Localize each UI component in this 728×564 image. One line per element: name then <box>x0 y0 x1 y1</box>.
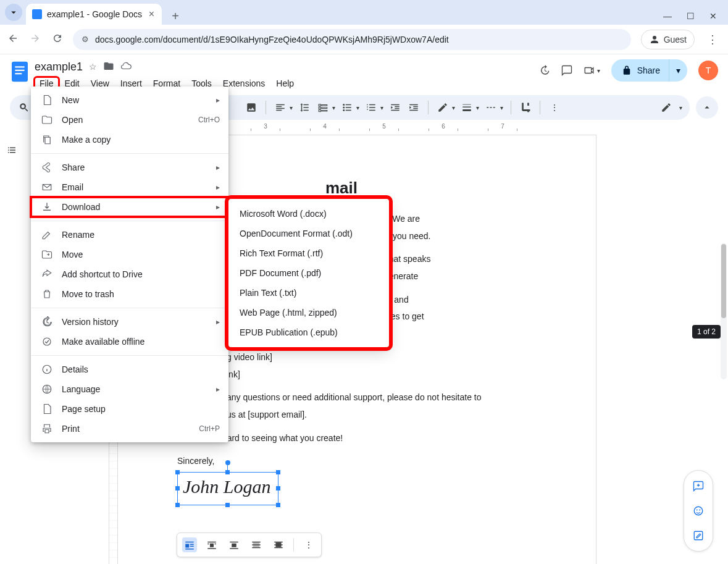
front-text-icon[interactable] <box>271 537 286 552</box>
menu-item-rename[interactable]: Rename <box>31 225 228 245</box>
browser-menu-icon[interactable]: ⋮ <box>705 33 721 46</box>
back-icon[interactable] <box>7 33 19 46</box>
align-icon[interactable] <box>274 99 287 116</box>
behind-text-icon[interactable] <box>249 537 264 552</box>
editing-mode-icon[interactable] <box>659 99 673 116</box>
signature-image-selected[interactable]: John Logan <box>177 472 278 505</box>
indent-increase-icon[interactable] <box>407 99 420 116</box>
download-odt[interactable]: OpenDocument Format (.odt) <box>228 224 389 243</box>
close-tab-icon[interactable]: × <box>149 9 154 20</box>
docs-home-icon[interactable] <box>10 59 30 84</box>
maximize-icon[interactable]: ☐ <box>687 11 695 21</box>
move-doc-icon[interactable] <box>103 61 114 74</box>
svg-rect-27 <box>276 542 282 547</box>
menu-item-details[interactable]: Details <box>31 360 228 379</box>
address-bar: ⚙ docs.google.com/document/d/1sE9OIkaHyn… <box>0 25 728 54</box>
download-pdf[interactable]: PDF Document (.pdf) <box>228 263 389 283</box>
svg-rect-3 <box>15 73 22 74</box>
menu-item-version[interactable]: Version history▸ <box>31 312 228 332</box>
meet-icon[interactable]: ▾ <box>584 65 600 76</box>
numbered-list-icon[interactable] <box>364 99 378 116</box>
resize-handle[interactable] <box>175 503 180 507</box>
add-comment-icon[interactable] <box>688 476 709 497</box>
site-settings-icon[interactable]: ⚙ <box>82 35 89 44</box>
menu-item-print[interactable]: PrintCtrl+P <box>31 419 228 439</box>
scrollbar-thumb[interactable] <box>721 244 726 318</box>
history-icon[interactable] <box>539 65 550 76</box>
menu-item-copy[interactable]: Make a copy <box>31 130 228 149</box>
svg-rect-14 <box>207 544 209 545</box>
break-text-icon[interactable] <box>227 537 241 552</box>
download-html[interactable]: Web Page (.html, zipped) <box>228 303 389 322</box>
menu-item-offline[interactable]: Make available offline <box>31 332 228 351</box>
border-dash-icon[interactable] <box>484 99 498 116</box>
resize-handle[interactable] <box>276 486 280 490</box>
wrap-text-icon[interactable] <box>204 537 219 552</box>
menu-item-email[interactable]: Email▸ <box>31 177 228 197</box>
menu-item-new[interactable]: New▸ <box>31 90 228 110</box>
resize-handle[interactable] <box>225 503 230 507</box>
menu-item-share[interactable]: Share▸ <box>31 158 228 177</box>
cloud-status-icon[interactable] <box>120 61 132 74</box>
bulleted-list-icon[interactable] <box>340 99 354 116</box>
url-box[interactable]: ⚙ docs.google.com/document/d/1sE9OIkaHyn… <box>73 29 631 50</box>
menu-item-language[interactable]: Language▸ <box>31 379 228 399</box>
menu-item-open[interactable]: OpenCtrl+O <box>31 110 228 130</box>
download-docx[interactable]: Microsoft Word (.docx) <box>228 204 389 224</box>
resize-handle[interactable] <box>175 486 180 490</box>
account-avatar[interactable]: T <box>698 61 718 80</box>
border-weight-icon[interactable] <box>460 99 474 116</box>
browser-tab[interactable]: example1 - Google Docs × <box>26 4 162 25</box>
suggest-edits-icon[interactable] <box>688 525 709 546</box>
resize-handle[interactable] <box>276 503 280 507</box>
svg-point-32 <box>697 510 698 511</box>
page-indicator: 1 of 2 <box>692 325 721 339</box>
menu-help[interactable]: Help <box>271 77 299 90</box>
collapse-toolbar-icon[interactable] <box>696 96 718 119</box>
emoji-reaction-icon[interactable] <box>688 500 709 521</box>
more-toolbar-icon[interactable]: ⋮ <box>548 99 561 116</box>
doc-title[interactable]: example1 <box>35 61 83 74</box>
download-submenu: Microsoft Word (.docx) OpenDocument Form… <box>228 199 389 347</box>
outline-icon[interactable] <box>6 145 17 158</box>
border-color-icon[interactable] <box>436 99 450 116</box>
resize-handle[interactable] <box>225 470 230 474</box>
menu-item-pagesetup[interactable]: Page setup <box>31 399 228 419</box>
share-button[interactable]: Share <box>611 59 669 82</box>
svg-rect-12 <box>207 542 216 543</box>
tab-search-button[interactable] <box>5 4 22 21</box>
download-rtf[interactable]: Rich Text Format (.rtf) <box>228 243 389 263</box>
search-menus-icon[interactable] <box>17 99 31 116</box>
share-dropdown[interactable]: ▾ <box>669 59 687 82</box>
left-gutter <box>0 120 23 562</box>
download-epub[interactable]: EPUB Publication (.epub) <box>228 322 389 342</box>
resize-handle[interactable] <box>276 470 280 474</box>
image-options-more-icon[interactable]: ⋮ <box>301 537 316 552</box>
menu-item-download[interactable]: Download▸ <box>31 197 228 217</box>
svg-rect-10 <box>190 546 194 547</box>
vertical-scrollbar[interactable] <box>721 243 727 379</box>
reload-icon[interactable] <box>52 33 63 46</box>
indent-decrease-icon[interactable] <box>388 99 402 116</box>
profile-guest-button[interactable]: Guest <box>641 30 695 49</box>
forward-icon[interactable] <box>30 33 41 46</box>
checklist-icon[interactable] <box>316 99 330 116</box>
comments-icon[interactable] <box>561 65 572 76</box>
menu-item-move[interactable]: Move <box>31 245 228 264</box>
close-window-icon[interactable]: ✕ <box>709 11 717 21</box>
minimize-icon[interactable]: — <box>663 11 672 21</box>
crop-icon[interactable] <box>519 99 532 116</box>
menu-item-trash[interactable]: Move to trash <box>31 284 228 304</box>
resize-handle[interactable] <box>175 470 180 474</box>
lock-icon <box>621 65 632 76</box>
wrap-inline-icon[interactable] <box>182 537 197 552</box>
trash-icon <box>41 288 53 300</box>
menu-item-shortcut[interactable]: Add shortcut to Drive <box>31 264 228 284</box>
rotate-handle[interactable] <box>225 460 230 465</box>
star-icon[interactable]: ☆ <box>89 62 97 72</box>
insert-image-icon[interactable] <box>245 99 258 116</box>
line-spacing-icon[interactable] <box>298 99 311 116</box>
url-text: docs.google.com/document/d/1sE9OIkaHyngF… <box>95 35 449 44</box>
new-tab-button[interactable]: + <box>167 7 184 25</box>
download-txt[interactable]: Plain Text (.txt) <box>228 283 389 303</box>
